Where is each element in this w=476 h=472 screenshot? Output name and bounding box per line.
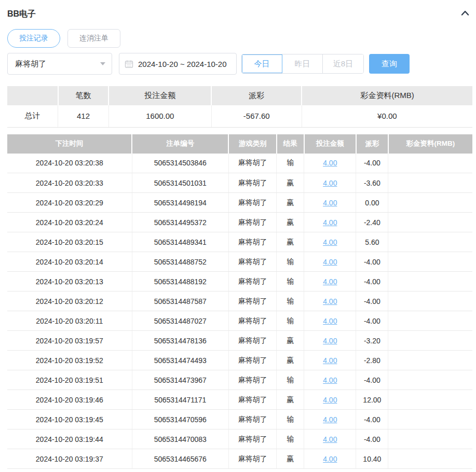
- cell-bonus: [388, 193, 472, 213]
- cell-payout: -3.20: [356, 331, 388, 351]
- tab-cancelled-orders[interactable]: 连消注单: [67, 29, 120, 48]
- date-range-input[interactable]: 2024-10-20 ~ 2024-10-20: [119, 53, 237, 75]
- cell-result: 输: [277, 311, 304, 331]
- summary-total-row: 总计 412 1600.00 -567.60 ¥0.00: [7, 105, 472, 127]
- game-select[interactable]: 麻将胡了: [7, 53, 112, 75]
- cell-order-no: 5065314470083: [132, 429, 228, 449]
- cell-bonus: [388, 449, 472, 469]
- quick-btn-last-8-days[interactable]: 近8日: [323, 54, 363, 73]
- cell-bet-amount: 4.00: [304, 173, 356, 193]
- cell-game-type: 麻将胡了: [228, 311, 276, 331]
- bet-amount-link[interactable]: 4.00: [323, 337, 337, 345]
- cell-bet-amount: 4.00: [304, 291, 356, 311]
- cell-game-type: 麻将胡了: [228, 370, 276, 390]
- search-button[interactable]: 查询: [369, 54, 410, 74]
- cell-bet-amount: 4.00: [304, 272, 356, 291]
- bet-amount-link[interactable]: 4.00: [323, 415, 337, 424]
- cell-bet-amount: 4.00: [304, 429, 356, 449]
- cell-payout: 10.40: [356, 449, 388, 469]
- bet-amount-link[interactable]: 4.00: [323, 317, 337, 325]
- cell-bet-time: 2024-10-20 03:19:44: [7, 429, 132, 449]
- bet-amount-link[interactable]: 4.00: [323, 179, 337, 187]
- cell-order-no: 5065314478136: [132, 331, 228, 351]
- cell-order-no: 5065314503846: [132, 154, 228, 173]
- cell-result: 输: [277, 429, 304, 449]
- cell-order-no: 5065314501031: [132, 173, 228, 193]
- cell-bet-time: 2024-10-20 03:19:46: [7, 390, 132, 410]
- cell-order-no: 5065314498194: [132, 193, 228, 213]
- summary-total-count: 412: [58, 105, 109, 127]
- cell-game-type: 麻将胡了: [228, 390, 276, 410]
- bet-amount-link[interactable]: 4.00: [323, 159, 337, 167]
- table-row: 2024-10-20 03:20:335065314501031麻将胡了赢4.0…: [7, 173, 472, 193]
- cell-game-type: 麻将胡了: [228, 291, 276, 311]
- cell-bet-time: 2024-10-20 03:20:24: [7, 213, 132, 232]
- cell-bet-time: 2024-10-20 03:19:51: [7, 370, 132, 390]
- cell-order-no: 5065314488752: [132, 252, 228, 272]
- bet-amount-link[interactable]: 4.00: [323, 356, 337, 365]
- bet-amount-link[interactable]: 4.00: [323, 455, 337, 463]
- cell-game-type: 麻将胡了: [228, 410, 276, 429]
- collapse-panel-button[interactable]: [459, 8, 471, 20]
- cell-bet-time: 2024-10-20 03:20:14: [7, 252, 132, 272]
- table-row: 2024-10-20 03:20:245065314495372麻将胡了赢4.0…: [7, 213, 472, 232]
- bet-amount-link[interactable]: 4.00: [323, 435, 337, 443]
- cell-bet-time: 2024-10-20 03:19:37: [7, 449, 132, 469]
- bet-amount-link[interactable]: 4.00: [323, 218, 337, 227]
- cell-order-no: 5065314474493: [132, 351, 228, 370]
- summary-total-bet-amount: 1600.00: [108, 105, 211, 127]
- cell-result: 输: [277, 154, 304, 173]
- bet-records-table: 下注时间注单编号游戏类别结果投注金额派彩彩金资料(RMB) 2024-10-20…: [7, 134, 472, 469]
- cell-bet-time: 2024-10-20 03:19:45: [7, 410, 132, 429]
- quick-btn-label: 今日: [254, 59, 270, 69]
- table-header-col-result: 结果: [277, 134, 304, 154]
- quick-btn-today[interactable]: 今日: [242, 54, 282, 73]
- table-header-col-payout: 派彩: [356, 134, 388, 154]
- cell-bet-time: 2024-10-20 03:20:33: [7, 173, 132, 193]
- cell-result: 赢: [277, 213, 304, 232]
- summary-header-count: 笔数: [58, 86, 109, 105]
- quick-btn-yesterday[interactable]: 昨日: [282, 54, 323, 73]
- bet-amount-link[interactable]: 4.00: [323, 199, 337, 207]
- summary-header-row: 笔数 投注金额 派彩 彩金资料(RMB): [7, 86, 472, 105]
- cell-bonus: [388, 232, 472, 252]
- cell-bonus: [388, 311, 472, 331]
- cell-order-no: 5065314495372: [132, 213, 228, 232]
- cell-result: 赢: [277, 390, 304, 410]
- table-row: 2024-10-20 03:20:115065314487027麻将胡了输4.0…: [7, 311, 472, 331]
- summary-header-payout: 派彩: [211, 86, 302, 105]
- summary-header-bonus: 彩金资料(RMB): [302, 86, 472, 105]
- quick-btn-label: 昨日: [295, 59, 310, 69]
- bet-amount-link[interactable]: 4.00: [323, 258, 337, 266]
- cell-bet-time: 2024-10-20 03:19:57: [7, 331, 132, 351]
- bet-amount-link[interactable]: 4.00: [323, 376, 337, 384]
- bet-amount-link[interactable]: 4.00: [323, 396, 337, 404]
- cell-bonus: [388, 252, 472, 272]
- cell-payout: -4.00: [356, 272, 388, 291]
- cell-bet-time: 2024-10-20 03:20:11: [7, 311, 132, 331]
- bet-amount-link[interactable]: 4.00: [323, 238, 337, 246]
- cell-payout: -4.00: [356, 370, 388, 390]
- cell-game-type: 麻将胡了: [228, 173, 276, 193]
- quick-date-group: 今日 昨日 近8日: [241, 54, 364, 74]
- cell-result: 赢: [277, 351, 304, 370]
- cell-order-no: 5065314487587: [132, 291, 228, 311]
- table-row: 2024-10-20 03:19:575065314478136麻将胡了赢4.0…: [7, 331, 472, 351]
- topbar: BB电子: [7, 0, 472, 21]
- cell-order-no: 5065314487027: [132, 311, 228, 331]
- chevron-down-icon: [100, 62, 105, 65]
- filter-bar: 麻将胡了 2024-10-20 ~ 2024-10-20 今日: [7, 53, 472, 75]
- cell-bonus: [388, 213, 472, 232]
- cell-order-no: 5065314471171: [132, 390, 228, 410]
- cell-bonus: [388, 154, 472, 173]
- bet-amount-link[interactable]: 4.00: [323, 297, 337, 306]
- cell-bet-amount: 4.00: [304, 213, 356, 232]
- tab-bet-records[interactable]: 投注记录: [7, 29, 60, 48]
- cell-result: 输: [277, 291, 304, 311]
- cell-result: 输: [277, 252, 304, 272]
- cell-game-type: 麻将胡了: [228, 252, 276, 272]
- cell-result: 输: [277, 370, 304, 390]
- bet-amount-link[interactable]: 4.00: [323, 277, 337, 286]
- table-row: 2024-10-20 03:20:125065314487587麻将胡了输4.0…: [7, 291, 472, 311]
- cell-result: 赢: [277, 232, 304, 252]
